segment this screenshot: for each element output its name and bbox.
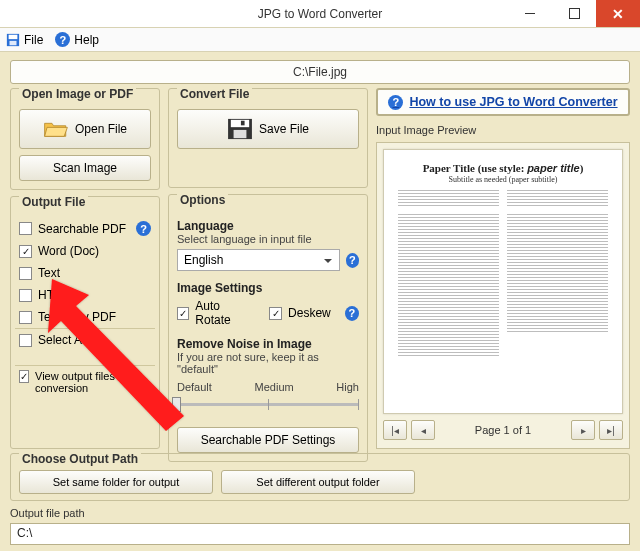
view-output-label: View output files after conversion (35, 370, 151, 394)
image-settings-heading: Image Settings (177, 281, 359, 295)
output-selectall-label: Select All (38, 333, 87, 347)
svg-rect-1 (9, 34, 18, 38)
help-icon[interactable]: ? (345, 306, 359, 321)
menubar: File ? Help (0, 28, 640, 52)
noise-note: If you are not sure, keep it as "default… (177, 351, 359, 375)
output-text-only-pdf[interactable]: Text-Only PDF (19, 310, 151, 324)
help-icon: ? (55, 32, 70, 47)
input-path-value: C:\File.jpg (293, 65, 347, 79)
convert-file-group: Convert File Save File (168, 88, 368, 188)
open-image-legend: Open Image or PDF (19, 87, 136, 101)
language-note: Select language in input file (177, 233, 359, 245)
auto-rotate-option[interactable]: Auto Rotate (177, 299, 255, 327)
noise-slider[interactable] (177, 393, 359, 415)
output-select-all[interactable]: Select All (19, 333, 151, 347)
page-first-button[interactable]: |◂ (383, 420, 407, 440)
titlebar: JPG to Word Converter (0, 0, 640, 28)
svg-rect-4 (231, 120, 249, 127)
checkbox-icon[interactable] (177, 307, 189, 320)
searchable-pdf-settings-button[interactable]: Searchable PDF Settings (177, 427, 359, 453)
help-icon[interactable]: ? (346, 253, 359, 268)
output-path-label: Output file path (10, 507, 630, 519)
output-searchable-pdf[interactable]: Searchable PDF ? (19, 221, 151, 236)
checkbox-icon[interactable] (19, 370, 29, 383)
svg-rect-5 (234, 130, 247, 138)
scan-image-button[interactable]: Scan Image (19, 155, 151, 181)
open-file-button[interactable]: Open File (19, 109, 151, 149)
auto-rotate-label: Auto Rotate (195, 299, 255, 327)
help-icon: ? (388, 95, 403, 110)
output-pdf-label: Searchable PDF (38, 222, 126, 236)
open-image-group: Open Image or PDF Open File Scan Image (10, 88, 160, 190)
menu-file[interactable]: File (6, 33, 43, 47)
save-disk-icon (227, 118, 253, 140)
menu-help-label: Help (74, 33, 99, 47)
language-value: English (184, 253, 223, 267)
noise-heading: Remove Noise in Image (177, 337, 359, 351)
choose-output-path-group: Choose Output Path Set same folder for o… (10, 453, 630, 501)
help-icon[interactable]: ? (136, 221, 151, 236)
doc-subtitle: Subtitle as needed (paper subtitle) (449, 175, 558, 184)
searchable-pdf-settings-label: Searchable PDF Settings (201, 433, 336, 447)
output-html-label: HTML (38, 288, 71, 302)
convert-file-legend: Convert File (177, 87, 252, 101)
checkbox-icon[interactable] (269, 307, 282, 320)
close-button[interactable] (596, 0, 640, 27)
save-file-button[interactable]: Save File (177, 109, 359, 149)
output-file-legend: Output File (19, 195, 88, 209)
checkbox-icon[interactable] (19, 289, 32, 302)
doc-title: Paper Title (use style: paper title) (423, 162, 584, 174)
checkbox-icon[interactable] (19, 267, 32, 280)
howto-link[interactable]: ? How to use JPG to Word Converter (376, 88, 630, 116)
slider-thumb-icon[interactable] (172, 397, 181, 412)
page-next-button[interactable]: ▸ (571, 420, 595, 440)
options-group: Options Language Select language in inpu… (168, 194, 368, 462)
save-disk-icon (6, 33, 20, 47)
input-path-field[interactable]: C:\File.jpg (10, 60, 630, 84)
deskew-option[interactable]: Deskew (269, 306, 331, 320)
output-word-doc[interactable]: Word (Doc) (19, 244, 151, 258)
menu-help[interactable]: ? Help (55, 32, 99, 47)
output-file-group: Output File Searchable PDF ? Word (Doc) … (10, 196, 160, 449)
same-folder-button[interactable]: Set same folder for output (19, 470, 213, 494)
diff-folder-button[interactable]: Set different output folder (221, 470, 415, 494)
svg-rect-6 (241, 121, 245, 126)
preview-label: Input Image Preview (376, 124, 630, 136)
checkbox-icon[interactable] (19, 222, 32, 235)
noise-high-label: High (336, 381, 359, 393)
diff-folder-label: Set different output folder (256, 476, 379, 488)
view-output-after[interactable]: View output files after conversion (19, 370, 151, 394)
window-title: JPG to Word Converter (132, 7, 508, 21)
pager: |◂ ◂ Page 1 of 1 ▸ ▸| (383, 418, 623, 442)
output-html[interactable]: HTML (19, 288, 151, 302)
folder-open-icon (43, 118, 69, 140)
noise-mid-label: Medium (255, 381, 294, 393)
deskew-label: Deskew (288, 306, 331, 320)
output-path-field[interactable]: C:\ (10, 523, 630, 545)
choose-output-path-legend: Choose Output Path (19, 452, 141, 466)
maximize-button[interactable] (552, 0, 596, 27)
save-file-label: Save File (259, 122, 309, 136)
checkbox-icon[interactable] (19, 245, 32, 258)
checkbox-icon[interactable] (19, 311, 32, 324)
page-indicator: Page 1 of 1 (439, 424, 567, 436)
options-legend: Options (177, 193, 228, 207)
page-last-button[interactable]: ▸| (599, 420, 623, 440)
preview-panel: Paper Title (use style: paper title) Sub… (376, 142, 630, 449)
page-prev-button[interactable]: ◂ (411, 420, 435, 440)
howto-label: How to use JPG to Word Converter (409, 95, 617, 109)
svg-rect-2 (10, 40, 17, 44)
scan-image-label: Scan Image (53, 161, 117, 175)
output-word-label: Word (Doc) (38, 244, 99, 258)
same-folder-label: Set same folder for output (53, 476, 180, 488)
minimize-button[interactable] (508, 0, 552, 27)
checkbox-icon[interactable] (19, 334, 32, 347)
noise-low-label: Default (177, 381, 212, 393)
language-heading: Language (177, 219, 359, 233)
preview-page: Paper Title (use style: paper title) Sub… (383, 149, 623, 414)
output-path-value: C:\ (17, 526, 32, 540)
menu-file-label: File (24, 33, 43, 47)
output-text[interactable]: Text (19, 266, 151, 280)
language-select[interactable]: English (177, 249, 340, 271)
open-file-label: Open File (75, 122, 127, 136)
